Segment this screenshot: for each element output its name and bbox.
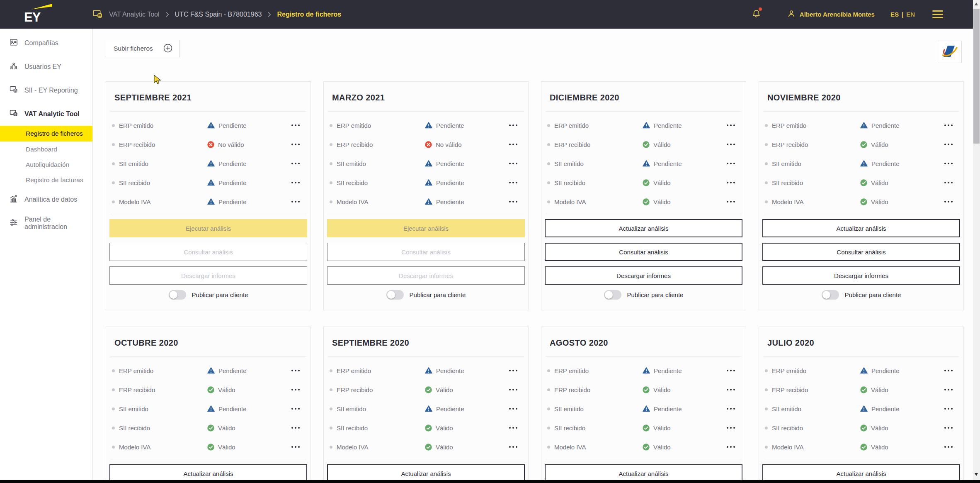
row-menu-button[interactable] xyxy=(508,367,518,374)
row-menu-button[interactable] xyxy=(944,160,953,167)
sidebar-item-sii-ey-reporting[interactable]: SII - EY Reporting xyxy=(0,78,92,102)
row-menu-button[interactable] xyxy=(508,198,518,205)
row-menu-button[interactable] xyxy=(508,141,518,148)
dot xyxy=(509,144,511,145)
sidebar-item-panel-de-administracion[interactable]: Panel de administracion xyxy=(0,211,92,235)
row-menu-button[interactable] xyxy=(726,405,736,412)
row-menu-button[interactable] xyxy=(508,424,518,431)
language-switcher[interactable]: ES | EN xyxy=(890,11,915,18)
sidebar-subitem-registro-de-ficheros[interactable]: Registro de ficheros xyxy=(0,126,92,141)
row-label: ERP recibido xyxy=(772,141,808,148)
row-menu-button[interactable] xyxy=(508,122,518,129)
row-menu-button[interactable] xyxy=(726,444,736,450)
hamburger-menu-icon[interactable] xyxy=(932,10,943,18)
status-group: Válido xyxy=(643,179,671,186)
row-menu-button[interactable] xyxy=(944,179,953,186)
row-menu-button[interactable] xyxy=(944,386,953,393)
upload-files-button[interactable]: Subir ficheros xyxy=(106,40,180,57)
lang-es[interactable]: ES xyxy=(890,11,899,18)
scrollbar-thumb[interactable] xyxy=(973,9,980,144)
sidebar-subitem-autoliquidacion[interactable]: Autoliquidación xyxy=(0,157,92,172)
dot xyxy=(948,446,949,448)
toggle-knob xyxy=(387,291,395,299)
sidebar-item-analitica-de-datos[interactable]: Analítica de datos xyxy=(0,188,92,211)
row-menu-button[interactable] xyxy=(508,160,518,167)
sidebar-subitem-registro-de-facturas[interactable]: Registro de facturas xyxy=(0,172,92,188)
row-menu-button[interactable] xyxy=(291,424,301,431)
status-label: Pendiente xyxy=(871,405,900,412)
dot xyxy=(298,182,300,183)
publish-toggle[interactable] xyxy=(604,290,621,300)
row-menu-button[interactable] xyxy=(291,444,301,450)
sidebar-item-vat-analytic-tool[interactable]: VAT Analytic Tool xyxy=(0,102,92,126)
actualizar-analisis-button[interactable]: Actualizar análisis xyxy=(545,219,742,237)
row-menu-button[interactable] xyxy=(508,444,518,450)
descargar-informes-button[interactable]: Descargar informes xyxy=(762,266,960,285)
row-menu-button[interactable] xyxy=(944,198,953,205)
row-menu-button[interactable] xyxy=(291,179,301,186)
row-menu-button[interactable] xyxy=(291,122,301,129)
row-menu-button[interactable] xyxy=(291,141,301,148)
breadcrumb-root[interactable]: VAT Analytic Tool xyxy=(109,11,160,18)
lang-en[interactable]: EN xyxy=(906,11,915,18)
breadcrumb-company[interactable]: UTC F&S Spain - B78001963 xyxy=(175,11,262,18)
consultar-analisis-button[interactable]: Consultar análisis xyxy=(327,243,525,261)
row-menu-button[interactable] xyxy=(726,386,736,393)
ejecutar-analisis-button[interactable]: Ejecutar análisis xyxy=(327,219,525,237)
vertical-scrollbar[interactable] xyxy=(973,0,980,483)
divider xyxy=(110,459,306,459)
consultar-analisis-button[interactable]: Consultar análisis xyxy=(762,243,960,261)
publish-toggle[interactable] xyxy=(822,290,839,300)
row-menu-button[interactable] xyxy=(944,424,953,431)
scrollbar-up-arrow[interactable] xyxy=(975,2,978,5)
row-menu-button[interactable] xyxy=(726,179,736,186)
row-menu-button[interactable] xyxy=(944,405,953,412)
chevron-right-icon xyxy=(165,12,169,17)
row-menu-button[interactable] xyxy=(726,424,736,431)
bullet-icon xyxy=(765,369,768,372)
file-status-row: ERP emitido Pendiente xyxy=(765,361,958,380)
consultar-analisis-button[interactable]: Consultar análisis xyxy=(545,243,742,261)
row-menu-button[interactable] xyxy=(291,160,301,167)
row-menu-button[interactable] xyxy=(291,367,301,374)
row-menu-button[interactable] xyxy=(944,444,953,450)
consultar-analisis-button[interactable]: Consultar análisis xyxy=(109,243,307,261)
file-status-row: SII recibido Válido xyxy=(765,418,958,437)
ejecutar-analisis-button[interactable]: Ejecutar análisis xyxy=(109,219,307,237)
row-menu-button[interactable] xyxy=(726,198,736,205)
row-menu-button[interactable] xyxy=(291,198,301,205)
actualizar-analisis-button[interactable]: Actualizar análisis xyxy=(762,219,960,237)
row-menu-button[interactable] xyxy=(508,386,518,393)
row-menu-button[interactable] xyxy=(508,405,518,412)
row-menu-button[interactable] xyxy=(291,386,301,393)
card-period: SEPTIEMBRE 2021 xyxy=(114,93,302,102)
row-menu-button[interactable] xyxy=(508,179,518,186)
aeat-button[interactable] xyxy=(938,41,962,63)
row-menu-button[interactable] xyxy=(726,160,736,167)
user-menu[interactable]: Alberto Arencibia Montes xyxy=(787,9,875,20)
pending-triangle-icon xyxy=(425,179,432,186)
row-menu-button[interactable] xyxy=(726,122,736,129)
descargar-informes-button[interactable]: Descargar informes xyxy=(109,266,307,285)
notifications-button[interactable] xyxy=(752,9,761,20)
file-status-row: SII recibido Pendiente xyxy=(330,173,522,192)
sidebar-item-companias[interactable]: Compañías xyxy=(0,31,92,55)
card-rows: ERP emitido Pendiente ERP recibido Válid… xyxy=(541,357,746,456)
scrollbar-down-arrow[interactable] xyxy=(975,473,978,476)
row-menu-button[interactable] xyxy=(291,405,301,412)
descargar-informes-button[interactable]: Descargar informes xyxy=(545,266,742,285)
file-status-row: ERP recibido Válido xyxy=(112,380,305,399)
ey-logo[interactable]: EY xyxy=(23,4,53,24)
lang-divider: | xyxy=(902,11,903,18)
publish-toggle[interactable] xyxy=(386,290,404,300)
row-menu-button[interactable] xyxy=(944,141,953,148)
row-menu-button[interactable] xyxy=(726,141,736,148)
row-menu-button[interactable] xyxy=(944,367,953,374)
row-menu-button[interactable] xyxy=(944,122,953,129)
publish-toggle[interactable] xyxy=(169,290,186,300)
row-label: ERP recibido xyxy=(119,141,155,148)
descargar-informes-button[interactable]: Descargar informes xyxy=(327,266,525,285)
row-menu-button[interactable] xyxy=(726,367,736,374)
sidebar-item-usuarios-ey[interactable]: Usuarios EY xyxy=(0,55,92,78)
sidebar-subitem-dashboard[interactable]: Dashboard xyxy=(0,141,92,157)
